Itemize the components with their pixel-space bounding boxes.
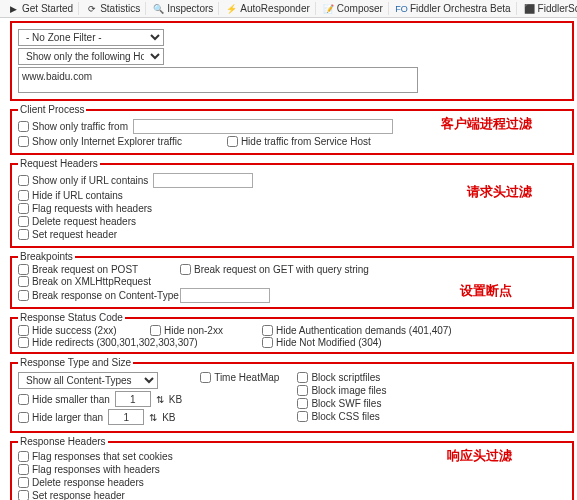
play-icon: ▶ xyxy=(8,3,19,14)
tab-inspectors[interactable]: 🔍Inspectors xyxy=(148,2,219,15)
hide-redirects-check[interactable]: Hide redirects (300,301,302,303,307) xyxy=(18,337,250,348)
break-content-type-field[interactable] xyxy=(180,288,270,303)
hide-304-check[interactable]: Hide Not Modified (304) xyxy=(262,337,462,348)
block-swf-check[interactable]: Block SWF files xyxy=(297,398,381,409)
hide-non2xx-check[interactable]: Hide non-2xx xyxy=(150,325,250,336)
block-css-check[interactable]: Block CSS files xyxy=(297,411,379,422)
tab-get-started[interactable]: ▶Get Started xyxy=(3,2,79,15)
hide-url-contains-check[interactable]: Hide if URL contains xyxy=(18,190,123,201)
breakpoints-note: 设置断点 xyxy=(460,282,512,300)
break-post-check[interactable]: Break request on POST xyxy=(18,264,168,275)
response-headers-legend: Response Headers xyxy=(18,436,108,447)
hide-smaller-check[interactable]: Hide smaller than xyxy=(18,394,110,405)
set-resp-header-check[interactable]: Set response header xyxy=(18,490,125,500)
bolt-icon: ⚡ xyxy=(226,3,237,14)
show-url-field[interactable] xyxy=(153,173,253,188)
host-filter-select[interactable]: Show only the following Hosts xyxy=(18,48,164,65)
hide-larger-check[interactable]: Hide larger than xyxy=(18,412,103,423)
response-headers-note: 响应头过滤 xyxy=(447,447,512,465)
request-headers-section: Request Headers 请求头过滤 Show only if URL c… xyxy=(10,158,574,248)
tab-composer[interactable]: 📝Composer xyxy=(318,2,389,15)
break-get-query-check[interactable]: Break request on GET with query string xyxy=(180,264,400,275)
type-size-legend: Response Type and Size xyxy=(18,357,133,368)
tab-fiddlerscript[interactable]: ⬛FiddlerScript xyxy=(519,2,577,15)
client-process-section: Client Process 客户端进程过滤 Show only traffic… xyxy=(10,104,574,155)
client-process-note: 客户端进程过滤 xyxy=(441,115,532,133)
delete-req-headers-check[interactable]: Delete request headers xyxy=(18,216,136,227)
hide-service-check[interactable]: Hide traffic from Service Host xyxy=(227,136,371,147)
status-code-legend: Response Status Code xyxy=(18,312,125,323)
compose-icon: 📝 xyxy=(323,3,334,14)
traffic-from-field[interactable] xyxy=(133,119,393,134)
script-icon: ⬛ xyxy=(524,3,535,14)
block-image-check[interactable]: Block image files xyxy=(297,385,386,396)
time-heatmap-check[interactable]: Time HeatMap xyxy=(200,372,279,383)
breakpoints-legend: Breakpoints xyxy=(18,251,75,262)
break-xhr-check[interactable]: Break on XMLHttpRequest xyxy=(18,276,168,287)
flag-cookies-check[interactable]: Flag responses that set cookies xyxy=(18,451,173,462)
break-content-type-check[interactable]: Break response on Content-Type xyxy=(18,288,168,303)
show-url-contains-check[interactable]: Show only if URL contains xyxy=(18,175,148,186)
flag-resp-headers-check[interactable]: Flag responses with headers xyxy=(18,464,160,475)
client-process-legend: Client Process xyxy=(18,104,86,115)
host-filter-box: - No Zone Filter - Show only the followi… xyxy=(10,21,574,101)
tab-autoresponder[interactable]: ⚡AutoResponder xyxy=(221,2,316,15)
ie-traffic-check[interactable]: Show only Internet Explorer traffic xyxy=(18,136,182,147)
traffic-from-check[interactable]: Show only traffic from xyxy=(18,121,128,132)
request-headers-note: 请求头过滤 xyxy=(467,183,532,201)
type-size-section: Response Type and Size → 响应类型和大小过滤 Show … xyxy=(10,357,574,433)
content-types-select[interactable]: Show all Content-Types xyxy=(18,372,158,389)
status-code-section: Response Status Code → 响应状态码过滤 Hide succ… xyxy=(10,312,574,354)
search-icon: 🔍 xyxy=(153,3,164,14)
refresh-icon: ⟳ xyxy=(86,3,97,14)
hide-smaller-input[interactable] xyxy=(115,391,151,407)
zone-filter-select[interactable]: - No Zone Filter - xyxy=(18,29,164,46)
breakpoints-section: Breakpoints 设置断点 Break request on POST B… xyxy=(10,251,574,309)
delete-resp-headers-check[interactable]: Delete response headers xyxy=(18,477,144,488)
block-script-check[interactable]: Block scriptfiles xyxy=(297,372,380,383)
hide-2xx-check[interactable]: Hide success (2xx) xyxy=(18,325,138,336)
top-tabs: ▶Get Started ⟳Statistics 🔍Inspectors ⚡Au… xyxy=(0,0,577,18)
fo-icon: FO xyxy=(396,3,407,14)
set-req-header-check[interactable]: Set request header xyxy=(18,229,117,240)
tab-orchestra[interactable]: FOFiddler Orchestra Beta xyxy=(391,2,517,15)
request-headers-legend: Request Headers xyxy=(18,158,100,169)
tab-statistics[interactable]: ⟳Statistics xyxy=(81,2,146,15)
host-filter-textarea[interactable]: www.baidu.com xyxy=(18,67,418,93)
hide-auth-check[interactable]: Hide Authentication demands (401,407) xyxy=(262,325,462,336)
hide-larger-input[interactable] xyxy=(108,409,144,425)
response-headers-section: Response Headers 响应头过滤 Flag responses th… xyxy=(10,436,574,500)
flag-req-headers-check[interactable]: Flag requests with headers xyxy=(18,203,152,214)
